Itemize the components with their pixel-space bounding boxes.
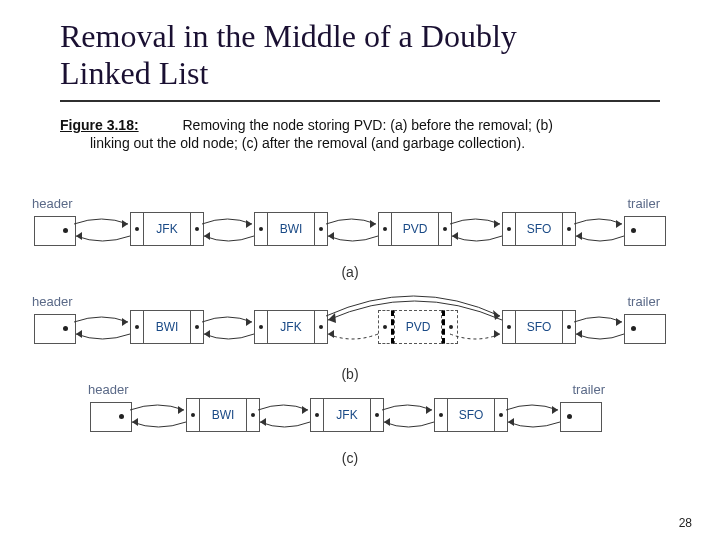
diagram-area: header trailer JFK BWI PVD SFO [30,196,670,466]
diagram-row-a: header trailer JFK BWI PVD SFO [30,196,670,256]
arrows-b [30,280,670,358]
svg-marker-13 [204,330,210,338]
svg-marker-1 [76,232,82,240]
caption-line-2: linking out the old node; (c) after the … [60,135,525,151]
svg-marker-2 [246,220,252,228]
svg-marker-9 [576,232,582,240]
sublabel-b: (b) [30,366,670,382]
svg-marker-10 [122,318,128,326]
sublabel-c: (c) [30,450,670,466]
diagram-row-b: header trailer BWI JFK PVD SFO [30,280,670,358]
title-line-2: Linked List [60,55,208,91]
svg-marker-18 [616,318,622,326]
title-line-1: Removal in the Middle of a Doubly [60,18,517,54]
svg-marker-27 [508,418,514,426]
svg-marker-21 [132,418,138,426]
diagram-row-c: header trailer BWI JFK SFO [30,382,670,442]
svg-marker-12 [246,318,252,326]
svg-marker-23 [260,418,266,426]
svg-marker-24 [426,406,432,414]
svg-marker-5 [328,232,334,240]
svg-marker-25 [384,418,390,426]
caption-line-1: Removing the node storing PVD: (a) befor… [182,117,552,133]
svg-marker-22 [302,406,308,414]
svg-marker-20 [178,406,184,414]
svg-marker-26 [552,406,558,414]
figure-label: Figure 3.18: [60,117,139,133]
svg-marker-6 [494,220,500,228]
svg-marker-17 [494,330,500,338]
svg-marker-4 [370,220,376,228]
svg-marker-3 [204,232,210,240]
svg-marker-19 [576,330,582,338]
arrows-a [30,196,670,256]
figure-caption: Figure 3.18: Removing the node storing P… [0,102,720,154]
sublabel-a: (a) [30,264,670,280]
arrows-c [30,382,670,442]
svg-marker-16 [328,330,334,338]
slide-title: Removal in the Middle of a Doubly Linked… [0,0,720,94]
page-number: 28 [679,516,692,530]
svg-marker-11 [76,330,82,338]
svg-marker-7 [452,232,458,240]
svg-marker-8 [616,220,622,228]
svg-marker-0 [122,220,128,228]
